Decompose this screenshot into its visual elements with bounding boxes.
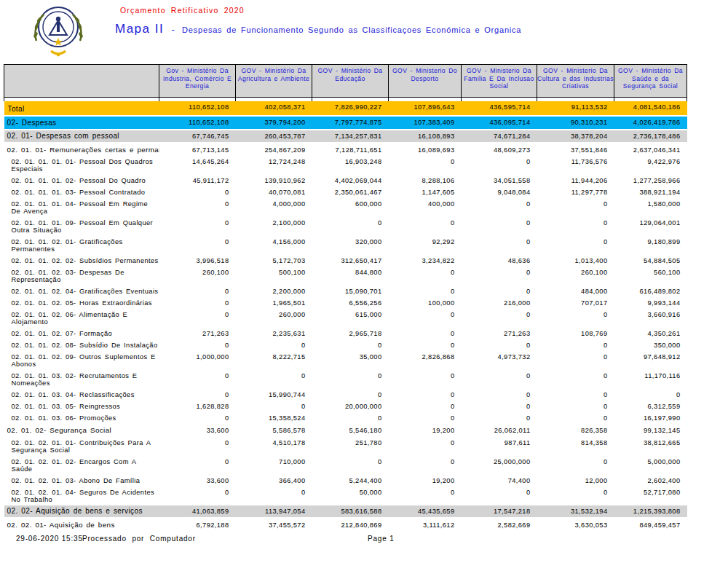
cell-value: 254,867,209 [236, 143, 312, 156]
cell-value: 0 [312, 339, 389, 351]
cell-value: 48,636 [462, 255, 537, 267]
cell-value: 0 [614, 389, 687, 401]
cell-value: 0 [159, 217, 236, 236]
cell-value: 0 [159, 198, 236, 217]
cell-value: 52,717,080 [614, 487, 687, 505]
map-label: Mapa II [115, 22, 164, 36]
cell-value: 12,724,248 [236, 156, 312, 175]
cell-value: 8,288,106 [389, 175, 462, 186]
table-row: 02. 01. 02. 01. 04- Seguros De Acidentes… [4, 487, 687, 505]
cell-value: 0 [389, 156, 462, 175]
row-label: 02. 01. 01. 01. 01- Pessoal Dos Quadros … [4, 156, 159, 175]
cell-value: 74,400 [462, 475, 537, 487]
cell-value: 5,546,180 [312, 424, 389, 437]
cell-value: 0 [389, 328, 462, 339]
cell-value: 0 [462, 309, 537, 328]
cell-value: 54,884,505 [614, 255, 687, 267]
cell-value: 2,350,061,467 [312, 186, 389, 198]
cell-value: 0 [537, 309, 614, 328]
cell-value: 108,769 [537, 328, 614, 339]
row-label: 02. 01. 01. 01. 09- Pessoal Em Qualquer … [4, 217, 159, 236]
cell-value: 4,402,069,044 [312, 175, 389, 186]
column-header: GOV - Ministério Da Agricultura e Ambien… [236, 65, 312, 98]
cell-value: 7,128,711,651 [312, 143, 389, 156]
row-label: 02. 01. 01. 02. 08- Subsídio De Instalaç… [4, 339, 159, 351]
table-row: 02. 01. 01. 02. 02- Subsídios Permanente… [4, 255, 687, 267]
cell-value: 1,013,400 [537, 255, 614, 267]
cell-value: 2,637,046,341 [614, 143, 687, 156]
row-label: 02. 01. 02- Segurança Social [4, 424, 159, 437]
cell-value: 37,551,846 [537, 143, 614, 156]
cell-value: 3,660,916 [614, 309, 687, 328]
row-header-cell [4, 65, 159, 98]
cell-value: 814,358 [537, 437, 614, 456]
cell-value: 38,812,665 [614, 437, 687, 456]
cell-value: 4,156,000 [236, 236, 312, 255]
table-row: 02. 01- Despesas com pessoal67,746,74526… [4, 130, 687, 143]
cell-value: 1,215,393,808 [614, 505, 687, 518]
cell-value: 436,595,714 [462, 101, 537, 116]
cell-value: 0 [159, 437, 236, 456]
cell-value: 107,896,643 [389, 101, 462, 116]
cell-value: 113,947,054 [236, 505, 312, 518]
cell-value: 0 [389, 309, 462, 328]
cell-value: 0 [159, 370, 236, 389]
cell-value: 2,602,400 [614, 475, 687, 487]
cell-value: 37,455,572 [236, 518, 312, 531]
cell-value: 0 [159, 412, 236, 424]
cell-value: 7,797,774,875 [312, 116, 389, 130]
cell-value: 2,582,669 [462, 518, 537, 531]
cell-value: 402,058,371 [236, 101, 312, 116]
cell-value: 0 [389, 370, 462, 389]
table-row: 02. 01. 01. 03. 06- Promoções015,358,524… [4, 412, 687, 424]
cell-value: 9,993,144 [614, 297, 687, 309]
cell-value: 987,611 [462, 437, 537, 456]
cell-value: 45,911,172 [159, 175, 236, 186]
table-row: 02. 01. 01. 03. 05- Reingressos1,628,828… [4, 401, 687, 412]
row-label: 02. 01. 02. 01. 01- Contribuições Para A… [4, 437, 159, 456]
row-label: 02. 01. 01. 02. 09- Outros Suplementos E… [4, 351, 159, 370]
row-label: 02. 01. 01. 03. 06- Promoções [4, 412, 159, 424]
cell-value: 400,000 [389, 198, 462, 217]
table-row: 02. 01. 02- Segurança Social33,6005,586,… [4, 424, 687, 437]
cell-value: 7,134,257,831 [312, 130, 389, 143]
cell-value: 11,170,116 [614, 370, 687, 389]
row-label: 02. 01- Despesas com pessoal [4, 130, 159, 143]
cell-value: 500,100 [236, 267, 312, 286]
row-label: 02. 01. 01. 02. 04- Gratificações Eventu… [4, 286, 159, 297]
cell-value: 312,650,417 [312, 255, 389, 267]
cell-value: 3,630,053 [537, 518, 614, 531]
cell-value: 0 [462, 487, 537, 505]
cell-value: 271,263 [159, 328, 236, 339]
row-label: 02. 01. 01- Remunerações certas e perman… [4, 143, 159, 156]
cell-value: 11,944,206 [537, 175, 614, 186]
row-label: 02- Despesas [4, 116, 159, 130]
cell-value: 4,350,261 [614, 328, 687, 339]
footer-timestamp: 29-06-2020 15:35 [16, 535, 83, 543]
table-row: 02. 01. 01. 01. 02- Pessoal Do Quadro45,… [4, 175, 687, 186]
table-row: 02. 01. 01. 03. 04- Reclassificações015,… [4, 389, 687, 401]
cell-value: 583,616,588 [312, 505, 389, 518]
table-row: 02. 01. 02. 01. 02- Encargos Com A Saúde… [4, 456, 687, 475]
cell-value: 8,222,715 [236, 351, 312, 370]
cell-value: 616,489,802 [614, 286, 687, 297]
cell-value: 4,510,178 [236, 437, 312, 456]
cell-value: 2,235,631 [236, 328, 312, 339]
cell-value: 0 [537, 487, 614, 505]
cell-value: 2,826,868 [389, 351, 462, 370]
table-row: 02. 02. 01- Aquisição de bens6,792,18837… [4, 518, 687, 531]
row-label: 02. 01. 02. 01. 02- Encargos Com A Saúde [4, 456, 159, 475]
cell-value: 11,297,778 [537, 186, 614, 198]
cell-value: 11,736,576 [537, 156, 614, 175]
footer-processed-by: Processado por Computador [82, 535, 196, 543]
table-row: 02. 01. 02. 01. 03- Abono De Família33,6… [4, 475, 687, 487]
cell-value: 251,780 [312, 437, 389, 456]
cell-value: 40,070,081 [236, 186, 312, 198]
cell-value: 0 [159, 456, 236, 475]
cell-value: 67,746,745 [159, 130, 236, 143]
table-row: 02. 02- Aquisição de bens e serviços41,0… [4, 505, 687, 518]
row-label: 02. 01. 01. 02. 03- Despesas De Represen… [4, 267, 159, 286]
cell-value: 379,794,200 [236, 116, 312, 130]
cell-value: 0 [462, 156, 537, 175]
cell-value: 0 [537, 236, 614, 255]
